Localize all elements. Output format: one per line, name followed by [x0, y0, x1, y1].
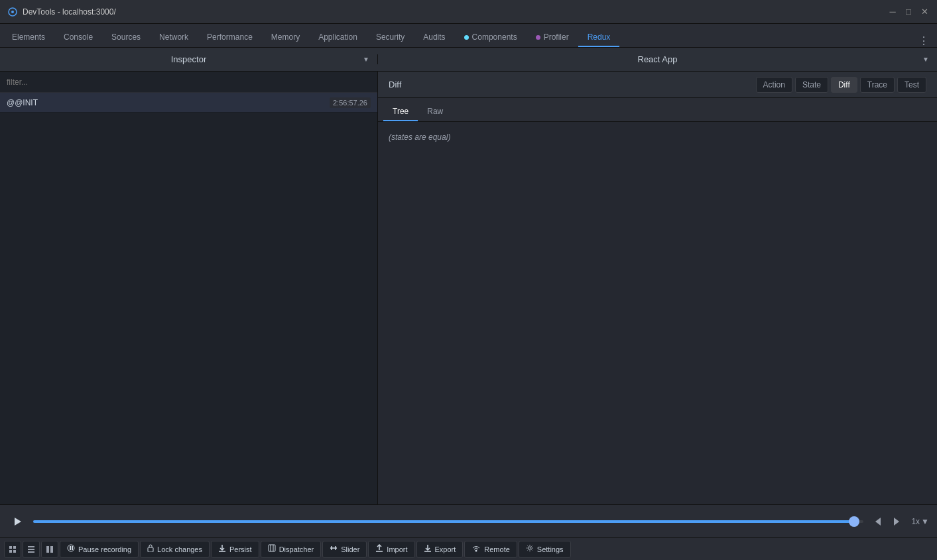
tab-performance[interactable]: Performance	[198, 28, 262, 47]
react-app-dropdown-arrow[interactable]: ▼	[922, 56, 929, 63]
action-list: @@INIT 2:56:57.26	[0, 93, 377, 504]
svg-rect-6	[13, 546, 16, 549]
tab-label: Redux	[588, 32, 611, 42]
right-panel-tabs: Action State Diff Trace Test	[756, 77, 926, 93]
next-button[interactable]	[889, 514, 905, 530]
maximize-button[interactable]: □	[904, 7, 913, 17]
close-button[interactable]: ✕	[920, 7, 929, 17]
tab-sources[interactable]: Sources	[102, 28, 150, 47]
react-app-title: React App	[638, 54, 678, 64]
tab-label: Console	[64, 32, 93, 42]
toolbar-icon-3[interactable]	[41, 541, 58, 558]
tab-elements[interactable]: Elements	[3, 28, 54, 47]
left-panel: @@INIT 2:56:57.26	[0, 72, 378, 504]
prev-button[interactable]	[870, 514, 886, 530]
seek-fill	[33, 520, 858, 523]
action-item[interactable]: @@INIT 2:56:57.26	[0, 93, 377, 113]
tab-label: Profiler	[544, 32, 569, 42]
diff-equal-message: (states are equal)	[389, 133, 450, 142]
tab-state[interactable]: State	[795, 77, 828, 93]
tab-test[interactable]: Test	[897, 77, 926, 93]
tab-trace[interactable]: Trace	[860, 77, 895, 93]
settings-button[interactable]: Settings	[519, 541, 571, 558]
profiler-dot	[536, 35, 540, 40]
settings-label: Settings	[537, 545, 564, 553]
minimize-button[interactable]: ─	[888, 7, 897, 17]
svg-point-1	[11, 11, 14, 13]
settings-icon	[526, 544, 534, 554]
svg-marker-2	[15, 518, 21, 526]
svg-rect-9	[28, 546, 34, 547]
import-label: Import	[387, 545, 407, 553]
lock-icon	[147, 544, 154, 554]
dispatcher-button[interactable]: Dispatcher	[261, 541, 322, 558]
inspector-header: Inspector ▼	[0, 54, 378, 64]
filter-input[interactable]	[7, 78, 371, 87]
redux-header: Inspector ▼ React App ▼	[0, 48, 937, 72]
tab-security[interactable]: Security	[367, 28, 414, 47]
seek-bar[interactable]	[33, 520, 863, 523]
speed-control[interactable]: 1x ▼	[911, 517, 929, 526]
seek-thumb[interactable]	[849, 516, 859, 527]
filter-bar	[0, 72, 377, 93]
svg-rect-12	[46, 546, 49, 553]
svg-marker-3	[875, 518, 881, 526]
toolbar-icon-2[interactable]	[23, 541, 40, 558]
tab-label: Security	[376, 32, 405, 42]
speed-arrow: ▼	[921, 517, 929, 526]
tab-components[interactable]: Components	[455, 28, 527, 47]
pause-icon	[67, 544, 75, 554]
components-dot	[464, 35, 469, 40]
tab-audits[interactable]: Audits	[414, 28, 454, 47]
dispatcher-icon	[268, 544, 276, 554]
tab-label: Components	[472, 32, 517, 42]
slider-button[interactable]: Slider	[322, 541, 367, 558]
import-button[interactable]: Import	[368, 541, 414, 558]
window-controls: ─ □ ✕	[888, 7, 929, 17]
svg-rect-20	[269, 545, 275, 551]
tab-label: Network	[159, 32, 188, 42]
tab-label: Memory	[271, 32, 300, 42]
svg-rect-11	[28, 551, 34, 553]
svg-rect-16	[72, 546, 73, 550]
tab-profiler[interactable]: Profiler	[527, 28, 578, 47]
remote-button[interactable]: Remote	[464, 541, 517, 558]
lock-changes-button[interactable]: Lock changes	[140, 541, 210, 558]
devtools-main: Inspector ▼ React App ▼ @@INIT 2:56:57.2…	[0, 48, 937, 560]
inspector-dropdown-arrow[interactable]: ▼	[363, 56, 369, 63]
svg-rect-10	[28, 549, 34, 550]
export-icon	[424, 544, 432, 554]
svg-rect-15	[70, 546, 71, 550]
tab-diff[interactable]: Diff	[831, 77, 857, 93]
tab-redux[interactable]: Redux	[578, 28, 620, 47]
speed-label: 1x	[911, 517, 920, 526]
pause-recording-label: Pause recording	[78, 545, 131, 553]
play-button[interactable]	[8, 512, 27, 531]
diff-tab-tree[interactable]: Tree	[383, 103, 418, 121]
action-time: 2:56:57.26	[330, 97, 371, 108]
persist-icon	[218, 544, 226, 554]
more-tabs-button[interactable]: ⋮	[918, 34, 929, 47]
tab-memory[interactable]: Memory	[262, 28, 309, 47]
persist-button[interactable]: Persist	[211, 541, 259, 558]
action-name: @@INIT	[7, 98, 38, 107]
diff-view-tabs: Tree Raw	[378, 98, 937, 122]
diff-tab-raw[interactable]: Raw	[418, 103, 452, 121]
svg-rect-8	[13, 550, 16, 553]
tab-application[interactable]: Application	[309, 28, 367, 47]
window-title: DevTools - localhost:3000/	[23, 7, 888, 17]
toolbar-icon-1[interactable]	[4, 541, 21, 558]
svg-point-30	[475, 550, 477, 552]
export-button[interactable]: Export	[416, 541, 464, 558]
tab-console[interactable]: Console	[54, 28, 102, 47]
dispatcher-label: Dispatcher	[279, 545, 314, 553]
right-panel: Diff Action State Diff Trace Test Tree R…	[378, 72, 937, 504]
slider-icon	[330, 544, 338, 554]
tab-action[interactable]: Action	[756, 77, 792, 93]
lock-changes-label: Lock changes	[157, 545, 202, 553]
pause-recording-button[interactable]: Pause recording	[60, 541, 139, 558]
remote-label: Remote	[484, 545, 510, 553]
tab-label: Elements	[12, 32, 45, 42]
persist-label: Persist	[229, 545, 252, 553]
tab-network[interactable]: Network	[150, 28, 198, 47]
